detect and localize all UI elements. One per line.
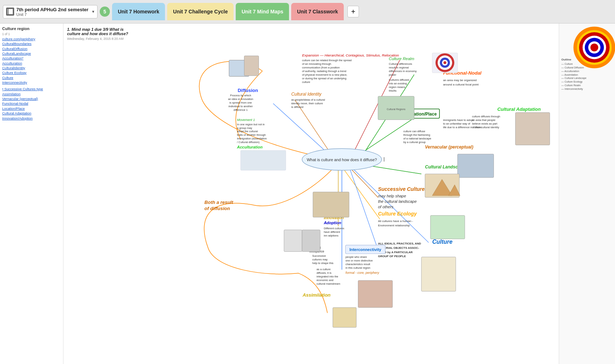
svg-rect-119 (302, 230, 320, 252)
sidebar-item[interactable]: Culture Ecology (2, 71, 61, 75)
notebook-title: 7th period APHuG 2nd semester (16, 7, 88, 12)
tab-homework[interactable]: Unit 7 Homework (112, 3, 165, 20)
svg-rect-123 (358, 280, 393, 307)
svg-text:the cultural landscape: the cultural landscape (378, 199, 417, 204)
mindmap-canvas[interactable]: 1. Mind map 1 due 3/9 What is culture an… (63, 24, 559, 364)
target-icon (573, 26, 602, 55)
svg-text:characteristics result: characteristics result (346, 263, 371, 266)
tab-challenge-cycle[interactable]: Unit 7 Challenge Cycle (167, 3, 234, 20)
sidebar-item[interactable]: Acculturation (2, 61, 61, 66)
svg-text:of physical movement to a new : of physical movement to a new place, (302, 73, 347, 76)
svg-text:of an innovating through: of an innovating through (302, 62, 331, 66)
svg-text:Adoption: Adoption (323, 221, 341, 225)
svg-text:of their cultural identity: of their cultural identity (472, 126, 499, 129)
svg-rect-125 (241, 150, 286, 170)
svg-text:inn adptions: inn adptions (324, 234, 339, 237)
svg-text:in this cultural region: in this cultural region (346, 266, 370, 269)
svg-text:one or more distinctive: one or more distinctive (346, 259, 373, 262)
svg-text:What is culture and how does i: What is culture and how does it diffuse? (307, 158, 377, 162)
svg-rect-121 (515, 113, 550, 145)
svg-text:All cultures have a human -: All cultures have a human - (378, 219, 413, 223)
svg-text:diffuses, it is: diffuses, it is (317, 271, 331, 275)
svg-text:have different: have different (324, 230, 340, 234)
svg-text:is diffused: is diffused (291, 105, 304, 109)
sidebar-item[interactable]: Location/Place (2, 106, 61, 111)
svg-text:around a cultural focal point: around a cultural focal point (443, 83, 479, 86)
sidebar-item[interactable]: Cultural Adaptation (2, 111, 61, 116)
svg-text:Assimilation: Assimilation (302, 292, 330, 298)
sidebar-item[interactable]: culture.com/periphery (2, 37, 61, 41)
svg-text:In one region but not in: In one region but not in (237, 123, 265, 126)
svg-text:immigrants have to adopt: immigrants have to adopt (443, 118, 474, 122)
sidebar-item[interactable]: Interconnectivity (2, 80, 61, 85)
sidebar-item[interactable]: Innovation/Adoption (2, 116, 61, 121)
svg-text:through the fashioning: through the fashioning (403, 133, 430, 137)
svg-text:people who share: people who share (346, 255, 367, 259)
sidebar-item[interactable]: • Successive Cultures type (2, 87, 61, 91)
page-count-badge: 5 (100, 7, 110, 17)
sidebar-item[interactable]: Functional-Nodal (2, 101, 61, 106)
svg-text:a group may: a group may (237, 126, 252, 130)
svg-text:Expansion — Hierarchical, Cont: Expansion — Hierarchical, Contagious, St… (302, 53, 399, 57)
svg-text:of a national landscape: of a national landscape (403, 137, 431, 140)
sidebar-item[interactable]: CulturalDiffusion (2, 47, 61, 51)
svg-text:cultural mainstream: cultural mainstream (317, 282, 340, 285)
svg-text:individual to another: individual to another (228, 105, 253, 108)
svg-rect-122 (430, 216, 465, 239)
svg-text:to an unfamiliar way of: to an unfamiliar way of (443, 122, 471, 125)
assignment-info: 1. Mind map 1 due 3/9 What is culture an… (67, 27, 138, 41)
svg-point-131 (443, 61, 446, 64)
sidebar-item[interactable]: Assimilation (2, 92, 61, 96)
sidebar-item[interactable]: Culture (2, 76, 61, 80)
svg-text:Diffusion: Diffusion (238, 88, 258, 93)
svg-text:Acculturation: Acculturation (237, 145, 263, 149)
svg-rect-124 (333, 307, 356, 327)
svg-text:Successive: Successive (312, 254, 326, 258)
svg-point-138 (590, 43, 598, 51)
svg-text:Cultures diffused: Cultures diffused (389, 78, 409, 81)
sidebar-item[interactable]: Vernacular (perceptual) (2, 97, 61, 101)
svg-text:integrated into the: integrated into the (317, 275, 338, 278)
svg-text:Both a result: Both a result (205, 200, 234, 205)
tab-classwork[interactable]: Unit 7 Classwork (291, 3, 344, 20)
svg-text:Different cultures: Different cultures (324, 227, 344, 230)
svg-text:this/its: this/its (389, 89, 396, 92)
sidebar-heading: Culture region (2, 26, 61, 31)
svg-text:of others: of others (378, 205, 393, 209)
svg-text:is spread from one: is spread from one (230, 101, 252, 104)
svg-text:may help shape: may help shape (378, 194, 406, 198)
svg-text:Successive Cultures: Successive Cultures (378, 186, 428, 192)
svg-text:culture can be related through: culture can be related through the sprea… (302, 59, 352, 62)
right-panel: Outline — Culture — Cultural Diffusion —… (559, 24, 615, 364)
svg-text:adopt the cultural: adopt the cultural (237, 130, 258, 133)
notebook-selector[interactable]: 7th period APHuG 2nd semester Unit 7 ▾ (3, 5, 98, 18)
notebook-info: 7th period APHuG 2nd semester Unit 7 (16, 7, 88, 17)
svg-text:believe exists as part: believe exists as part (472, 122, 498, 125)
sidebar-item[interactable]: CulturalLandscape (2, 51, 61, 56)
top-bar: 7th period APHuG 2nd semester Unit 7 ▾ 5… (0, 0, 615, 24)
svg-text:region means: region means (389, 85, 405, 89)
svg-text:an area may be organized: an area may be organized (443, 79, 477, 82)
notebook-subtitle: Unit 7 (16, 12, 88, 17)
svg-text:difference 1: difference 1 (234, 108, 248, 112)
sidebar-item[interactable]: CulturalBoundaries (2, 42, 61, 46)
svg-text:power: power (389, 73, 396, 76)
svg-text:ALL IDEALS, PRACTICES, AND: ALL IDEALS, PRACTICES, AND (378, 242, 421, 245)
svg-text:Environment relationship: Environment relationship (378, 224, 410, 227)
svg-text:economic and: economic and (317, 279, 334, 282)
svg-text:Culture Ecology: Culture Ecology (378, 211, 417, 217)
svg-rect-110 (244, 56, 259, 76)
sidebar-item[interactable]: CulturalIdentity (2, 66, 61, 70)
add-tab-button[interactable]: + (347, 6, 359, 17)
sidebar-item[interactable]: Acculturation* (2, 56, 61, 60)
svg-text:cultures may: cultures may (312, 258, 328, 261)
svg-text:Cultural Adaptation: Cultural Adaptation (497, 106, 541, 112)
svg-line-11 (349, 165, 429, 242)
svg-text:help to shape this: help to shape this (312, 262, 334, 265)
tab-mind-maps[interactable]: Unit 7 Mind Maps (236, 3, 289, 20)
svg-text:as a culture: as a culture (317, 268, 331, 271)
svg-text:/ Cultural diffusion): / Cultural diffusion) (237, 141, 260, 144)
svg-text:communication (from a position: communication (from a position (302, 66, 340, 69)
svg-rect-117 (313, 192, 349, 217)
notebook-icon (6, 8, 14, 16)
